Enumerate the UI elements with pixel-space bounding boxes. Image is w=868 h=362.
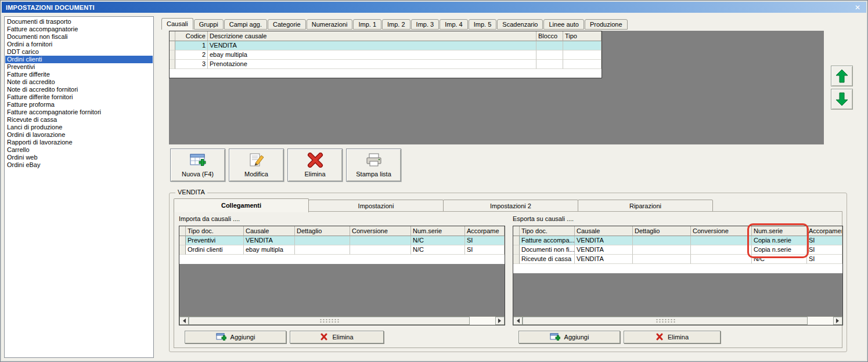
table-row-fatture-accompagnatorie[interactable]: Fatture accompa... VENDITA Copia n.serie… <box>513 236 842 245</box>
sidebar-item-documenti-non-fiscali[interactable]: Documenti non fiscali <box>5 33 153 41</box>
move-up-button[interactable] <box>831 66 853 86</box>
sidebar-item-fatture-accompagnatorie-fornitori[interactable]: Fatture accompagnatorie fornitori <box>5 108 153 116</box>
column-conversione: Conversione <box>691 226 752 236</box>
tab-campi-agg[interactable]: Campi agg. <box>224 19 267 30</box>
sidebar-item-note-di-accredito[interactable]: Note di accredito <box>5 78 153 86</box>
tab-impostazioni[interactable]: Impostazioni <box>308 200 444 212</box>
sidebar-item-note-di-accredito-fornitori[interactable]: Note di accredito fornitori <box>5 86 153 93</box>
tab-produzione[interactable]: Produzione <box>585 19 628 30</box>
detail-tabbar: Collegamenti Impostazioni Impostazioni 2… <box>174 198 712 212</box>
cell-conversione <box>350 245 411 255</box>
sidebar-item-lanci-di-produzione[interactable]: Lanci di produzione <box>5 124 153 131</box>
nuova-button[interactable]: Nuova (F4) <box>170 149 225 182</box>
tab-riparazioni[interactable]: Riparazioni <box>578 200 713 212</box>
elimina-button[interactable]: Elimina <box>287 149 343 182</box>
table-row-prenotazione[interactable]: 3 Prenotazione <box>170 60 602 69</box>
esporta-table-header: Tipo doc. Causale Dettaglio Conversione … <box>513 226 842 236</box>
close-icon[interactable]: ✕ <box>853 4 862 11</box>
sidebar-item-ordini-ebay[interactable]: Ordini eBay <box>5 161 153 169</box>
cell-codice: 2 <box>175 50 208 60</box>
scroll-track[interactable] <box>808 317 833 325</box>
new-record-icon <box>189 153 207 169</box>
cell-codice: 3 <box>175 60 208 69</box>
move-down-button[interactable] <box>831 89 853 110</box>
causali-grid-area: Codice Descrizione causale Blocco Tipo 1… <box>169 31 824 144</box>
tab-causali[interactable]: Causali <box>161 18 193 30</box>
sidebar-item-documenti-di-trasporto[interactable]: Documenti di trasporto <box>5 18 153 26</box>
importa-elimina-button[interactable]: Elimina <box>290 331 384 343</box>
table-row-ordini-clienti[interactable]: Ordini clienti ebay multipla N/C SI <box>179 245 505 255</box>
cell-conversione <box>350 236 411 245</box>
stampa-lista-button[interactable]: Stampa lista <box>346 149 401 182</box>
esporta-hscrollbar[interactable] <box>513 316 842 325</box>
cell-accorpamento: SI <box>465 236 505 245</box>
row-selector <box>170 60 175 69</box>
column-dettaglio: Dettaglio <box>295 226 350 236</box>
sidebar-item-preventivi[interactable]: Preventivi <box>5 63 153 71</box>
stampa-lista-label: Stampa lista <box>356 171 391 178</box>
esporta-title: Esporta su causali .... <box>513 215 574 222</box>
table-row-ricevute-di-cassa[interactable]: Ricevute di cassa VENDITA N/C SI <box>513 255 842 264</box>
sidebar-item-ordini-web[interactable]: Ordini web <box>5 154 153 161</box>
column-codice: Codice <box>175 31 208 41</box>
sidebar-item-ordini-clienti[interactable]: Ordini clienti <box>5 56 153 63</box>
modifica-button[interactable]: Modifica <box>229 149 284 182</box>
empty-grid-space <box>179 264 505 316</box>
scroll-thumb[interactable] <box>523 317 808 325</box>
tab-imp-3[interactable]: Imp. 3 <box>411 19 440 30</box>
sidebar-item-rapporti-di-lavorazione[interactable]: Rapporti di lavorazione <box>5 139 153 146</box>
importa-table: Tipo doc. Causale Dettaglio Conversione … <box>179 226 505 325</box>
sidebar-item-fatture-differite[interactable]: Fatture differite <box>5 71 153 78</box>
tab-categorie[interactable]: Categorie <box>268 19 306 30</box>
sidebar-item-ddt-carico[interactable]: DDT carico <box>5 48 153 56</box>
table-row-documenti-non-fiscali[interactable]: Documenti non fi... VENDITA Copia n.seri… <box>513 245 842 255</box>
tab-linee-auto[interactable]: Linee auto <box>543 19 584 30</box>
edit-icon <box>248 153 265 169</box>
table-row-preventivi[interactable]: Preventivi VENDITA N/C SI <box>179 236 505 245</box>
sidebar-item-fatture-accompagnatorie[interactable]: Fatture accompagnatorie <box>5 26 153 33</box>
tab-imp-5[interactable]: Imp. 5 <box>469 19 497 30</box>
down-arrow-icon <box>835 92 848 106</box>
esporta-aggiungi-button[interactable]: Aggiungi <box>518 331 620 343</box>
column-accorpamento: Accorpamen <box>807 226 842 236</box>
cell-codice: 1 <box>175 41 208 50</box>
scroll-right-button[interactable] <box>833 317 842 325</box>
tab-imp-2[interactable]: Imp. 2 <box>382 19 410 30</box>
gripper-icon <box>655 318 675 323</box>
groupbox-title: VENDITA <box>175 189 207 196</box>
tab-numerazioni[interactable]: Numerazioni <box>307 19 353 30</box>
importa-table-header: Tipo doc. Causale Dettaglio Conversione … <box>179 226 505 236</box>
cell-blocco <box>536 60 563 69</box>
sidebar-item-fatture-differite-fornitori[interactable]: Fatture differite fornitori <box>5 93 153 101</box>
sidebar-item-carrello[interactable]: Carrello <box>5 146 153 154</box>
tab-imp-4[interactable]: Imp. 4 <box>440 19 468 30</box>
cell-dettaglio <box>295 245 350 255</box>
sidebar-item-ordini-a-fornitori[interactable]: Ordini a fornitori <box>5 41 153 48</box>
scroll-right-button[interactable] <box>495 317 505 325</box>
row-selector <box>170 50 175 60</box>
column-dettaglio: Dettaglio <box>633 226 691 236</box>
row-selector <box>513 245 520 255</box>
scroll-left-button[interactable] <box>179 317 189 325</box>
table-row-vendita[interactable]: 1 VENDITA <box>170 41 602 50</box>
sidebar-item-fatture-proforma[interactable]: Fatture proforma <box>5 101 153 108</box>
sidebar-item-ricevute-di-cassa[interactable]: Ricevute di cassa <box>5 116 153 124</box>
tab-collegamenti[interactable]: Collegamenti <box>174 198 309 212</box>
scroll-thumb[interactable] <box>189 317 470 325</box>
tab-imp-1[interactable]: Imp. 1 <box>353 19 381 30</box>
column-num-serie: Num.serie <box>411 226 465 236</box>
sidebar-item-ordini-di-lavorazione[interactable]: Ordini di lavorazione <box>5 131 153 139</box>
tab-gruppi[interactable]: Gruppi <box>194 19 224 30</box>
esporta-table: Tipo doc. Causale Dettaglio Conversione … <box>513 226 843 325</box>
tab-scadenzario[interactable]: Scadenzario <box>497 19 543 30</box>
scroll-track[interactable] <box>470 317 495 325</box>
cell-tipo-doc: Documenti non fi... <box>520 245 575 255</box>
importa-hscrollbar[interactable] <box>179 316 505 325</box>
importa-aggiungi-button[interactable]: Aggiungi <box>185 331 286 343</box>
tab-impostazioni-2[interactable]: Impostazioni 2 <box>443 200 578 212</box>
nuova-label: Nuova (F4) <box>182 171 214 178</box>
cell-accorpamento: SI <box>807 236 842 245</box>
esporta-elimina-button[interactable]: Elimina <box>624 331 721 343</box>
table-row-ebay-multipla[interactable]: 2 ebay multipla <box>170 50 602 60</box>
scroll-left-button[interactable] <box>513 317 523 325</box>
